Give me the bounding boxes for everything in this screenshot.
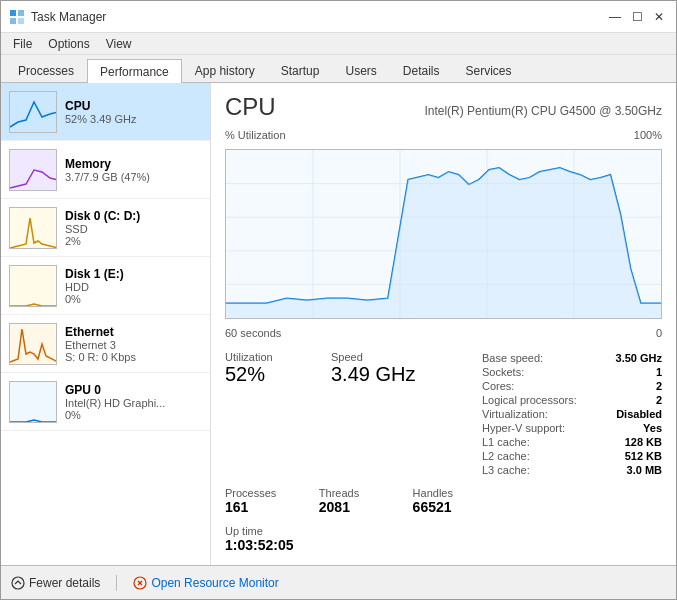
- gpu0-detail2: 0%: [65, 409, 202, 421]
- tab-details[interactable]: Details: [390, 58, 453, 82]
- utilization-stat-value: 52%: [225, 363, 315, 386]
- sidebar-item-disk0[interactable]: Disk 0 (C: D:) SSD 2%: [1, 199, 210, 257]
- cpu-name: CPU: [65, 99, 202, 113]
- ethernet-info: Ethernet Ethernet 3 S: 0 R: 0 Kbps: [65, 325, 202, 363]
- svg-marker-18: [226, 168, 661, 318]
- processes-value: 161: [225, 499, 303, 515]
- speed-stat-label: Speed: [331, 351, 466, 363]
- window-title: Task Manager: [31, 10, 106, 24]
- tab-performance[interactable]: Performance: [87, 59, 182, 83]
- time-end-label: 0: [656, 327, 662, 339]
- disk1-name: Disk 1 (E:): [65, 267, 202, 281]
- spec-table: Base speed:3.50 GHzSockets:1Cores:2Logic…: [482, 351, 662, 477]
- memory-thumbnail: [9, 149, 57, 191]
- cpu-info: CPU 52% 3.49 GHz: [65, 99, 202, 125]
- utilization-label-row: % Utilization 100%: [225, 129, 662, 141]
- disk0-detail2: 2%: [65, 235, 202, 247]
- processes-label: Processes: [225, 487, 303, 499]
- fewer-details-icon: [11, 576, 25, 590]
- footer-divider: [116, 575, 117, 591]
- cpu-graph: [225, 149, 662, 319]
- task-manager-window: Task Manager — ☐ ✕ File Options View Pro…: [0, 0, 677, 600]
- gpu0-info: GPU 0 Intel(R) HD Graphi... 0%: [65, 383, 202, 421]
- menu-bar: File Options View: [1, 33, 676, 55]
- disk0-detail1: SSD: [65, 223, 202, 235]
- svg-rect-1: [18, 10, 24, 16]
- gpu0-thumbnail: [9, 381, 57, 423]
- tabs-bar: Processes Performance App history Startu…: [1, 55, 676, 83]
- spec-row: L1 cache:128 KB: [482, 435, 662, 449]
- ethernet-thumbnail: [9, 323, 57, 365]
- handles-value: 66521: [413, 499, 491, 515]
- sidebar: CPU 52% 3.49 GHz Memory 3.7/7.9 GB (47%): [1, 83, 211, 565]
- memory-name: Memory: [65, 157, 202, 171]
- time-labels: 60 seconds 0: [225, 327, 662, 339]
- spec-row: L3 cache:3.0 MB: [482, 463, 662, 477]
- open-resource-monitor-label: Open Resource Monitor: [151, 576, 278, 590]
- fewer-details-label: Fewer details: [29, 576, 100, 590]
- tab-users[interactable]: Users: [332, 58, 389, 82]
- sidebar-item-disk1[interactable]: Disk 1 (E:) HDD 0%: [1, 257, 210, 315]
- threads-value: 2081: [319, 499, 397, 515]
- sidebar-item-ethernet[interactable]: Ethernet Ethernet 3 S: 0 R: 0 Kbps: [1, 315, 210, 373]
- tab-services[interactable]: Services: [453, 58, 525, 82]
- disk1-info: Disk 1 (E:) HDD 0%: [65, 267, 202, 305]
- minimize-button[interactable]: —: [606, 8, 624, 26]
- svg-rect-4: [10, 92, 57, 133]
- title-bar-left: Task Manager: [9, 9, 106, 25]
- spec-row: Hyper-V support:Yes: [482, 421, 662, 435]
- close-button[interactable]: ✕: [650, 8, 668, 26]
- gpu0-name: GPU 0: [65, 383, 202, 397]
- spec-row: Logical processors:2: [482, 393, 662, 407]
- utilization-label: % Utilization: [225, 129, 286, 141]
- memory-detail: 3.7/7.9 GB (47%): [65, 171, 202, 183]
- cpu-model: Intel(R) Pentium(R) CPU G4500 @ 3.50GHz: [424, 104, 662, 118]
- title-bar-controls: — ☐ ✕: [606, 8, 668, 26]
- gpu0-detail1: Intel(R) HD Graphi...: [65, 397, 202, 409]
- time-start-label: 60 seconds: [225, 327, 281, 339]
- ethernet-detail2: S: 0 R: 0 Kbps: [65, 351, 202, 363]
- disk0-info: Disk 0 (C: D:) SSD 2%: [65, 209, 202, 247]
- main-content: CPU 52% 3.49 GHz Memory 3.7/7.9 GB (47%): [1, 83, 676, 565]
- speed-stat-value: 3.49 GHz: [331, 363, 466, 386]
- svg-rect-9: [10, 382, 57, 423]
- tab-apphistory[interactable]: App history: [182, 58, 268, 82]
- spec-row: Sockets:1: [482, 365, 662, 379]
- sidebar-item-cpu[interactable]: CPU 52% 3.49 GHz: [1, 83, 210, 141]
- sidebar-item-memory[interactable]: Memory 3.7/7.9 GB (47%): [1, 141, 210, 199]
- right-panel: CPU Intel(R) Pentium(R) CPU G4500 @ 3.50…: [211, 83, 676, 565]
- spec-row: L2 cache:512 KB: [482, 449, 662, 463]
- open-resource-monitor-button[interactable]: Open Resource Monitor: [133, 576, 278, 590]
- ethernet-detail1: Ethernet 3: [65, 339, 202, 351]
- ethernet-name: Ethernet: [65, 325, 202, 339]
- menu-view[interactable]: View: [98, 35, 140, 52]
- threads-label: Threads: [319, 487, 397, 499]
- svg-point-19: [12, 577, 24, 589]
- maximize-button[interactable]: ☐: [628, 8, 646, 26]
- spec-row: Cores:2: [482, 379, 662, 393]
- spec-row: Virtualization:Disabled: [482, 407, 662, 421]
- cpu-detail: 52% 3.49 GHz: [65, 113, 202, 125]
- disk1-thumbnail: [9, 265, 57, 307]
- cpu-thumbnail: [9, 91, 57, 133]
- uptime-label: Up time: [225, 525, 662, 537]
- sidebar-item-gpu0[interactable]: GPU 0 Intel(R) HD Graphi... 0%: [1, 373, 210, 431]
- disk1-detail2: 0%: [65, 293, 202, 305]
- cpu-title: CPU: [225, 93, 276, 121]
- title-bar: Task Manager — ☐ ✕: [1, 1, 676, 33]
- disk1-detail1: HDD: [65, 281, 202, 293]
- memory-info: Memory 3.7/7.9 GB (47%): [65, 157, 202, 183]
- cpu-header: CPU Intel(R) Pentium(R) CPU G4500 @ 3.50…: [225, 93, 662, 121]
- spec-row: Base speed:3.50 GHz: [482, 351, 662, 365]
- footer: Fewer details Open Resource Monitor: [1, 565, 676, 599]
- uptime-value: 1:03:52:05: [225, 537, 662, 553]
- menu-options[interactable]: Options: [40, 35, 97, 52]
- tab-startup[interactable]: Startup: [268, 58, 333, 82]
- tab-processes[interactable]: Processes: [5, 58, 87, 82]
- max-label: 100%: [634, 129, 662, 141]
- svg-rect-2: [10, 18, 16, 24]
- svg-rect-7: [10, 266, 57, 307]
- menu-file[interactable]: File: [5, 35, 40, 52]
- fewer-details-button[interactable]: Fewer details: [11, 576, 100, 590]
- disk0-thumbnail: [9, 207, 57, 249]
